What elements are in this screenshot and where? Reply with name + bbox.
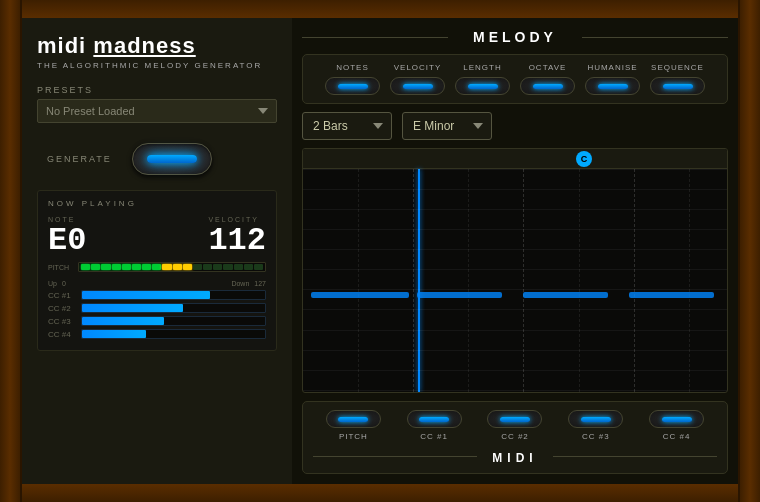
wood-border-top — [22, 0, 738, 18]
down-label: Down — [231, 280, 249, 287]
midi-tab-label: CC #3 — [582, 432, 610, 441]
melody-tab-label: Octave — [529, 63, 567, 72]
pitch-segment — [142, 264, 151, 270]
midi-note — [523, 292, 608, 298]
midi-tab[interactable]: CC #1 — [407, 410, 462, 441]
melody-tab-label: Humanise — [587, 63, 637, 72]
melody-tab-button[interactable] — [650, 77, 705, 95]
c-marker: C — [576, 151, 592, 167]
cc-bar-fill — [82, 330, 146, 338]
melody-tab-label: Sequence — [651, 63, 704, 72]
midi-tab-button[interactable] — [326, 410, 381, 428]
h-line — [303, 169, 727, 170]
logo-area: midi madness The Algorithmic Melody Gene… — [37, 28, 277, 75]
midi-note — [629, 292, 714, 298]
cc-bar-container — [81, 290, 266, 300]
cc-bar-container — [81, 329, 266, 339]
midi-tab-led — [662, 417, 692, 422]
app-title: midi madness — [37, 33, 277, 59]
right-panel: Melody NotesVelocityLengthOctaveHumanise… — [292, 18, 738, 484]
midi-tab[interactable]: CC #4 — [649, 410, 704, 441]
generate-button[interactable] — [132, 143, 212, 175]
melody-tab[interactable]: Notes — [325, 63, 380, 95]
midi-tabs-container: PitchCC #1CC #2CC #3CC #4 — [313, 410, 717, 441]
pitch-segment — [173, 264, 182, 270]
generate-area: Generate — [47, 143, 277, 175]
melody-tab-button[interactable] — [520, 77, 575, 95]
main-container: midi madness The Algorithmic Melody Gene… — [22, 18, 738, 484]
midi-tab-button[interactable] — [568, 410, 623, 428]
piano-roll-header: C — [303, 149, 727, 169]
pitch-segment — [244, 264, 253, 270]
pitch-segment — [183, 264, 192, 270]
melody-tab-button[interactable] — [585, 77, 640, 95]
wood-border-bottom — [22, 484, 738, 502]
v-line — [634, 169, 635, 392]
note-value: E0 — [48, 225, 86, 257]
cc-bar-container — [81, 316, 266, 326]
midi-tab-led — [500, 417, 530, 422]
h-line — [303, 229, 727, 230]
h-line — [303, 269, 727, 270]
melody-tab-led — [338, 84, 368, 89]
up-down-row: Up 0 Down 127 — [48, 280, 266, 287]
midi-tab[interactable]: CC #2 — [487, 410, 542, 441]
h-line — [303, 390, 727, 391]
piano-roll-grid — [303, 169, 727, 392]
piano-roll-container: C — [302, 148, 728, 393]
note-group: Note E0 — [48, 216, 86, 257]
h-line — [303, 189, 727, 190]
cc-label: CC #1 — [48, 291, 76, 300]
app-title-underline: madness — [93, 33, 195, 58]
midi-tab[interactable]: CC #3 — [568, 410, 623, 441]
pitch-segment — [101, 264, 110, 270]
cc-rows-container: CC #1CC #2CC #3CC #4 — [48, 290, 266, 339]
cc-bar-fill — [82, 304, 183, 312]
wood-border-right — [738, 0, 760, 502]
h-line — [303, 309, 727, 310]
cc-label: CC #3 — [48, 317, 76, 326]
midi-tab-button[interactable] — [407, 410, 462, 428]
midi-tab[interactable]: Pitch — [326, 410, 381, 441]
cc-row: CC #1 — [48, 290, 266, 300]
preset-select[interactable]: No Preset Loaded — [37, 99, 277, 123]
pitch-segment — [203, 264, 212, 270]
midi-tab-button[interactable] — [649, 410, 704, 428]
midi-line-left — [313, 456, 477, 457]
melody-tab-led — [533, 84, 563, 89]
presets-section: Presets No Preset Loaded — [37, 85, 277, 123]
melody-tab[interactable]: Length — [455, 63, 510, 95]
bars-select[interactable]: 2 Bars 1 Bar 4 Bars 8 Bars — [302, 112, 392, 140]
up-label: Up — [48, 280, 57, 287]
v-line — [523, 169, 524, 392]
cc-label: CC #4 — [48, 330, 76, 339]
melody-tab-button[interactable] — [455, 77, 510, 95]
generate-led — [147, 155, 197, 163]
controls-row: 2 Bars 1 Bar 4 Bars 8 Bars E Minor C Maj… — [302, 112, 728, 140]
pitch-segments — [79, 264, 265, 270]
h-line — [303, 209, 727, 210]
presets-label: Presets — [37, 85, 277, 95]
melody-tab-led — [403, 84, 433, 89]
midi-tab-button[interactable] — [487, 410, 542, 428]
pitch-segment — [162, 264, 171, 270]
melody-tab-label: Notes — [336, 63, 369, 72]
h-line — [303, 330, 727, 331]
melody-tab[interactable]: Octave — [520, 63, 575, 95]
midi-note — [417, 292, 502, 298]
melody-tab-button[interactable] — [390, 77, 445, 95]
melody-tab-button[interactable] — [325, 77, 380, 95]
up-value: 0 — [62, 280, 66, 287]
melody-tab[interactable]: Humanise — [585, 63, 640, 95]
cc-label: CC #2 — [48, 304, 76, 313]
pitch-segment — [91, 264, 100, 270]
cc-bar-container — [81, 303, 266, 313]
down-value: 127 — [254, 280, 266, 287]
key-select[interactable]: E Minor C Major D Minor F Major G Major … — [402, 112, 492, 140]
melody-tab[interactable]: Velocity — [390, 63, 445, 95]
pitch-segment — [112, 264, 121, 270]
melody-tab[interactable]: Sequence — [650, 63, 705, 95]
pitch-bar-container — [78, 262, 266, 272]
h-line — [303, 370, 727, 371]
pitch-segment — [234, 264, 243, 270]
